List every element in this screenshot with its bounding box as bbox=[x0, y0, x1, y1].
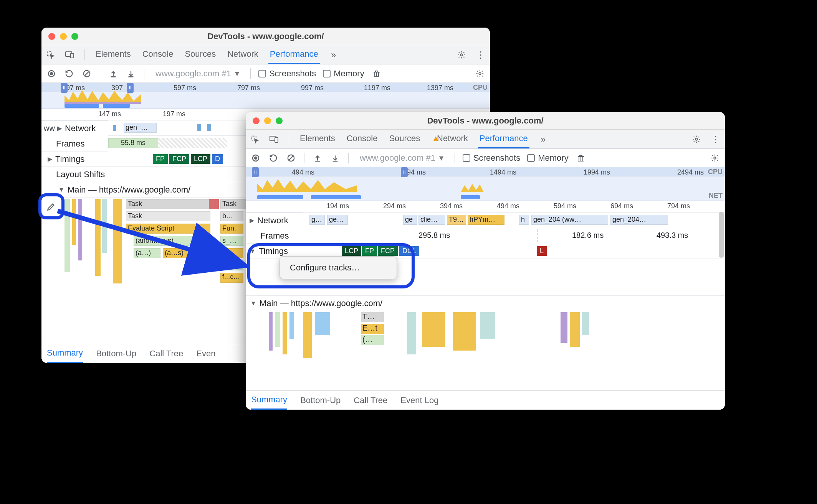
tick: 1397 ms bbox=[427, 84, 453, 92]
net-item[interactable]: g… bbox=[309, 215, 325, 225]
tab-elements[interactable]: Elements bbox=[298, 130, 337, 148]
task-seg[interactable]: Task bbox=[126, 199, 210, 209]
clear-icon[interactable] bbox=[81, 68, 92, 79]
details-tab-event-log[interactable]: Event Log bbox=[400, 395, 438, 405]
details-tab-summary[interactable]: Summary bbox=[251, 391, 287, 410]
tick: 694 ms bbox=[610, 202, 633, 210]
e-seg[interactable]: E…t bbox=[361, 324, 384, 334]
configure-tracks-menu-item[interactable]: Configure tracks… bbox=[281, 260, 396, 276]
screenshots-checkbox[interactable]: Screenshots bbox=[258, 69, 316, 79]
net-item[interactable]: hPYm… bbox=[468, 215, 504, 225]
frames-track-label: Frames bbox=[56, 139, 85, 149]
net-item[interactable]: T9… bbox=[447, 215, 466, 225]
details-tab-event-log[interactable]: Even bbox=[196, 349, 215, 359]
garbage-collect-icon[interactable] bbox=[576, 153, 586, 163]
net-item[interactable]: gen_… bbox=[124, 123, 157, 133]
net-item[interactable]: clie… bbox=[418, 215, 445, 225]
range-handle-right[interactable] bbox=[401, 167, 408, 177]
tab-network[interactable]: ▲ Network bbox=[430, 130, 470, 148]
net-item[interactable]: gen_204… bbox=[610, 215, 668, 225]
tab-console[interactable]: Console bbox=[345, 130, 379, 148]
details-tab-call-tree[interactable]: Call Tree bbox=[354, 395, 387, 405]
p-seg[interactable]: (… bbox=[361, 335, 384, 345]
scrollbar[interactable] bbox=[719, 212, 724, 258]
inspect-icon[interactable] bbox=[250, 134, 260, 145]
net-item[interactable]: h bbox=[519, 215, 529, 225]
expand-triangle-icon[interactable]: ▶ bbox=[250, 217, 254, 224]
kebab-menu-icon[interactable]: ⋮ bbox=[475, 49, 486, 60]
device-toggle-icon[interactable] bbox=[269, 134, 280, 145]
more-tabs-chevron-icon[interactable]: » bbox=[538, 134, 549, 145]
more-tabs-chevron-icon[interactable]: » bbox=[328, 49, 339, 60]
inspect-icon[interactable] bbox=[45, 49, 56, 60]
timing-pill-d[interactable]: D bbox=[212, 154, 223, 164]
timing-pill-fcp[interactable]: FCP bbox=[169, 154, 189, 164]
main-track-header[interactable]: ▼ Main — https://www.google.com/ bbox=[246, 295, 725, 311]
tab-performance[interactable]: Performance bbox=[268, 45, 320, 64]
download-icon[interactable] bbox=[330, 153, 341, 163]
reload-icon[interactable] bbox=[268, 153, 279, 163]
task-seg[interactable]: Task bbox=[126, 211, 210, 221]
upload-icon[interactable] bbox=[108, 68, 119, 79]
timing-pill-l[interactable]: L bbox=[537, 246, 547, 256]
a-seg[interactable]: (a…) bbox=[134, 248, 160, 258]
details-tab-summary[interactable]: Summary bbox=[47, 344, 83, 363]
b-seg[interactable]: b… bbox=[220, 211, 243, 221]
dots-seg[interactable]: … bbox=[220, 248, 243, 258]
s-seg[interactable]: s_… bbox=[220, 236, 243, 246]
collapse-triangle-icon[interactable]: ▼ bbox=[250, 300, 256, 307]
main-flame-chart[interactable]: T… E…t (… bbox=[246, 311, 725, 364]
flame-bar bbox=[113, 199, 122, 283]
tab-network[interactable]: Network bbox=[226, 45, 260, 64]
settings-gear-icon[interactable] bbox=[691, 134, 702, 145]
profile-select[interactable]: www.google.com #1 ▾ bbox=[356, 152, 447, 164]
net-overview bbox=[41, 103, 490, 109]
reload-icon[interactable] bbox=[64, 68, 74, 79]
tab-performance[interactable]: Performance bbox=[478, 130, 529, 148]
fc-seg[interactable]: f…c… bbox=[220, 273, 243, 283]
timing-pill-lcp[interactable]: LCP bbox=[191, 154, 210, 164]
garbage-collect-icon[interactable] bbox=[371, 68, 382, 79]
tab-sources[interactable]: Sources bbox=[183, 45, 217, 64]
memory-checkbox[interactable]: Memory bbox=[323, 69, 364, 79]
tick: 597 ms bbox=[174, 84, 196, 92]
fun-seg[interactable]: Fun. bbox=[220, 224, 243, 234]
memory-checkbox[interactable]: Memory bbox=[527, 153, 568, 163]
settings-gear-icon[interactable] bbox=[456, 49, 467, 60]
evaluate-script-seg[interactable]: Evaluate Script bbox=[126, 224, 210, 234]
capture-settings-gear-icon[interactable] bbox=[475, 68, 485, 79]
expand-triangle-icon[interactable]: ▶ bbox=[57, 125, 62, 132]
anon-seg[interactable]: (anon…ous) bbox=[134, 236, 210, 246]
collapse-triangle-icon[interactable]: ▼ bbox=[58, 186, 64, 193]
capture-settings-gear-icon[interactable] bbox=[710, 153, 720, 163]
timing-pill-fp[interactable]: FP bbox=[153, 154, 168, 164]
download-icon[interactable] bbox=[126, 68, 136, 79]
record-icon[interactable] bbox=[46, 68, 57, 79]
upload-icon[interactable] bbox=[312, 153, 323, 163]
pencil-icon[interactable] bbox=[46, 201, 56, 211]
device-toggle-icon[interactable] bbox=[64, 49, 75, 60]
kebab-menu-icon[interactable]: ⋮ bbox=[710, 134, 721, 145]
ac-seg[interactable]: (a…c… bbox=[220, 260, 243, 270]
tick: 1494 ms bbox=[490, 168, 516, 176]
tab-console[interactable]: Console bbox=[141, 45, 175, 64]
tab-sources[interactable]: Sources bbox=[387, 130, 422, 148]
cpu-overview[interactable]: 97 ms 397 597 ms 797 ms 997 ms 1197 ms 1… bbox=[41, 83, 490, 109]
net-item[interactable]: gen_204 (ww… bbox=[531, 215, 608, 225]
details-tab-bottom-up[interactable]: Bottom-Up bbox=[96, 349, 136, 359]
details-tab-call-tree[interactable]: Call Tree bbox=[149, 349, 183, 359]
net-item[interactable]: ge bbox=[403, 215, 417, 225]
profile-select[interactable]: www.google.com #1 ▾ bbox=[152, 68, 243, 80]
details-tab-bottom-up[interactable]: Bottom-Up bbox=[300, 395, 341, 405]
tab-elements[interactable]: Elements bbox=[94, 45, 132, 64]
devtools-tabbar: Elements Console Sources ▲ Network Perfo… bbox=[246, 130, 725, 149]
cpu-overview[interactable]: 494 ms 94 ms 1494 ms 1994 ms 2494 ms CPU… bbox=[246, 167, 725, 201]
record-icon[interactable] bbox=[250, 153, 261, 163]
expand-triangle-icon[interactable]: ▶ bbox=[48, 155, 52, 163]
net-item[interactable]: ge… bbox=[327, 215, 348, 225]
clear-icon[interactable] bbox=[286, 153, 296, 163]
range-handle-left[interactable] bbox=[252, 167, 259, 177]
screenshots-checkbox[interactable]: Screenshots bbox=[463, 153, 520, 163]
t-seg[interactable]: T… bbox=[361, 312, 384, 322]
a-seg[interactable]: (a…s) bbox=[163, 248, 210, 258]
